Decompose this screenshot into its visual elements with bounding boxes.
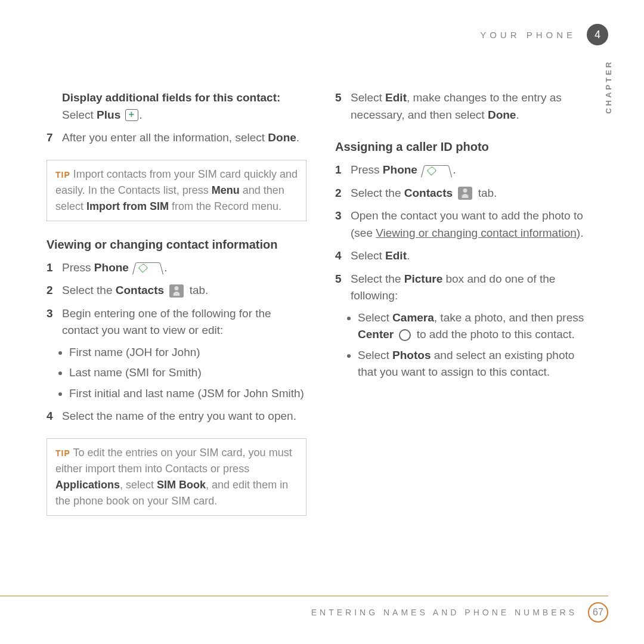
phone-key-icon xyxy=(421,165,452,177)
heading-viewing-contact: Viewing or changing contact information xyxy=(47,236,306,253)
contacts-tab-icon xyxy=(169,284,184,298)
footer-rule xyxy=(0,596,608,596)
content-columns: Display additional fields for this conta… xyxy=(47,89,595,529)
page-header: YOUR PHONE 4 xyxy=(480,24,608,45)
view-step-2: 2 Select the Contacts tab. xyxy=(47,282,306,299)
contact-fields-intro: Display additional fields for this conta… xyxy=(47,89,306,123)
tip-label: TIP xyxy=(55,170,70,179)
assign-step-4: 4 Select Edit. xyxy=(335,247,595,265)
left-column: Display additional fields for this conta… xyxy=(47,89,306,529)
picture-options-bullets: Select Camera, take a photo, and then pr… xyxy=(335,309,595,381)
tip-import-contacts: TIP Import contacts from your SIM card q… xyxy=(47,160,306,221)
page-number-badge: 67 xyxy=(588,602,608,623)
step-7: 7 After you enter all the information, s… xyxy=(47,129,306,147)
link-viewing-contact[interactable]: Viewing or changing contact information xyxy=(376,227,577,239)
list-item: Last name (SMI for Smith) xyxy=(69,364,306,382)
phone-key-icon xyxy=(132,263,163,275)
view-step-3: 3 Begin entering one of the following fo… xyxy=(47,305,306,339)
tip-edit-sim: TIP To edit the entries on your SIM card… xyxy=(47,438,306,516)
header-section: YOUR PHONE xyxy=(480,30,576,40)
page-footer: ENTERING NAMES AND PHONE NUMBERS 67 xyxy=(0,596,644,623)
list-item: Select Camera, take a photo, and then pr… xyxy=(358,309,595,343)
tip-label: TIP xyxy=(55,448,70,458)
view-step-5: 5 Select Edit, make changes to the entry… xyxy=(335,89,595,123)
footer-section-title: ENTERING NAMES AND PHONE NUMBERS xyxy=(311,608,577,617)
center-button-icon xyxy=(399,329,411,341)
assign-step-1: 1 Press Phone . xyxy=(335,162,595,179)
list-item: First initial and last name (JSM for Joh… xyxy=(69,385,306,402)
heading-caller-id: Assigning a caller ID photo xyxy=(335,138,595,156)
contacts-tab-icon xyxy=(458,187,472,200)
plus-icon xyxy=(125,109,138,121)
assign-step-5: 5 Select the Picture box and do one of t… xyxy=(335,271,595,305)
right-column: 5 Select Edit, make changes to the entry… xyxy=(335,89,595,529)
assign-step-3: 3 Open the contact you want to add the p… xyxy=(335,208,595,242)
view-step-1: 1 Press Phone . xyxy=(47,259,306,277)
chapter-side-label: CHAPTER xyxy=(604,60,613,114)
list-item: Select Photos and select an existing pho… xyxy=(358,347,595,381)
assign-step-2: 2 Select the Contacts tab. xyxy=(335,185,595,202)
name-entry-bullets: First name (JOH for John) Last name (SMI… xyxy=(47,344,306,402)
chapter-number-badge: 4 xyxy=(587,24,608,45)
list-item: First name (JOH for John) xyxy=(69,344,306,361)
view-step-4: 4 Select the name of the entry you want … xyxy=(47,408,306,425)
